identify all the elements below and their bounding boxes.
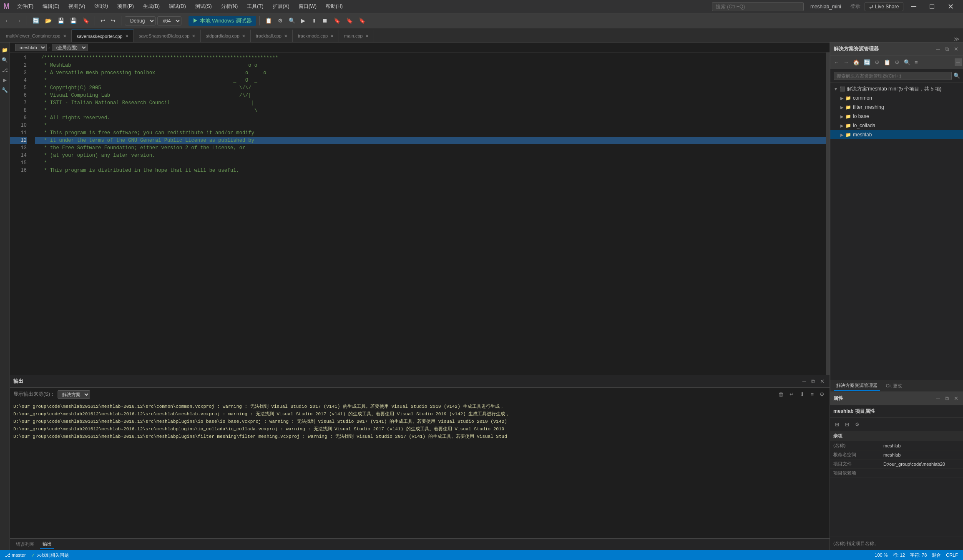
editor-scrollbar[interactable] (826, 53, 830, 375)
tab-close-icon[interactable]: ✕ (242, 34, 245, 38)
zoom-status[interactable]: 100 % (875, 552, 888, 558)
project-iobase-item[interactable]: ▶ 📁 io base (830, 112, 963, 121)
toolbar-extra-8[interactable]: 🔖 (344, 16, 355, 25)
output-clear-button[interactable]: 🗑 (777, 390, 785, 398)
se-tab-solution[interactable]: 解决方案资源管理器 (834, 381, 880, 391)
prop-pin-button[interactable]: ─ (935, 394, 942, 402)
output-wrap-button[interactable]: ↵ (788, 390, 796, 398)
breadcrumb-project-select[interactable]: meshlab (15, 44, 47, 51)
se-toolbar-btn-2[interactable]: → (842, 58, 850, 66)
output-settings-button[interactable]: ⚙ (818, 390, 826, 398)
toolbar-extra-9[interactable]: 🔖 (357, 16, 367, 25)
menu-project[interactable]: 项目(P) (113, 1, 138, 12)
menu-tools[interactable]: 工具(T) (243, 1, 267, 12)
prop-settings-button[interactable]: ⚙ (853, 421, 861, 428)
solution-root-item[interactable]: ▼ ⬛ 解决方案'meshlab mini'(5 个项目，共 5 项) (830, 84, 963, 93)
panel-tab-errors[interactable]: 错误列表 (13, 540, 37, 549)
project-iocollada-item[interactable]: ▶ 📁 io_collada (830, 121, 963, 130)
project-common-item[interactable]: ▶ 📁 common (830, 93, 963, 103)
platform-select[interactable]: x64 (157, 16, 181, 25)
debug-config-select[interactable]: Debug (125, 16, 156, 25)
toolbar-btn-1[interactable]: 🔄 (30, 16, 41, 25)
activity-explorer[interactable]: 📁 (1, 46, 9, 54)
panel-close-button[interactable]: ✕ (818, 377, 826, 386)
toolbar-btn-2[interactable]: 📂 (43, 16, 54, 25)
menu-git[interactable]: Git(G) (90, 1, 112, 12)
se-toolbar-btn-9[interactable]: ≡ (913, 58, 920, 66)
menu-debug[interactable]: 调试(D) (165, 1, 190, 12)
global-search-input[interactable] (712, 2, 804, 11)
prop-float-button[interactable]: ⧉ (943, 394, 950, 403)
se-collapse-button[interactable]: ─ (955, 58, 962, 66)
toolbar-extra-3[interactable]: 🔍 (287, 16, 297, 25)
se-toolbar-btn-8[interactable]: 🔍 (902, 58, 912, 66)
issues-status[interactable]: ✓ 未找到相关问题 (31, 552, 69, 558)
activity-git[interactable]: ⎇ (1, 66, 9, 74)
tab-savemask[interactable]: savemaskexporter.cpp ✕ (72, 30, 134, 42)
prop-alpha-button[interactable]: ⊟ (843, 421, 851, 428)
tabs-overflow-button[interactable]: ≫ (950, 36, 963, 42)
close-button[interactable]: ✕ (942, 0, 960, 13)
menu-extensions[interactable]: 扩展(X) (269, 1, 294, 12)
toolbar-extra-6[interactable]: ⏹ (320, 16, 330, 25)
output-scroll-button[interactable]: ⬇ (798, 390, 806, 398)
panel-float-button[interactable]: ⧉ (810, 377, 817, 386)
tab-close-icon[interactable]: ✕ (125, 34, 128, 38)
toolbar-btn-3[interactable]: 💾 (55, 16, 66, 25)
toolbar-extra-7[interactable]: 🔖 (332, 16, 342, 25)
tab-close-icon[interactable]: ✕ (330, 34, 334, 38)
char-status[interactable]: 字符: 78 (910, 552, 927, 558)
toolbar-extra-2[interactable]: ⚙ (276, 16, 285, 25)
activity-tools[interactable]: 🔧 (1, 86, 9, 94)
se-toolbar-btn-4[interactable]: 🔄 (862, 58, 872, 66)
panel-tab-output[interactable]: 输出 (40, 540, 54, 549)
line-status[interactable]: 行: 12 (893, 552, 905, 558)
redo-button[interactable]: ↪ (109, 16, 118, 25)
se-search-input[interactable] (834, 72, 952, 80)
menu-test[interactable]: 测试(S) (191, 1, 216, 12)
tab-close-icon[interactable]: ✕ (365, 34, 369, 38)
tab-trackmode[interactable]: trackmode.cpp ✕ (293, 30, 339, 42)
se-search-button[interactable]: 🔍 (953, 73, 960, 79)
forward-button[interactable]: → (14, 16, 23, 25)
eol-status[interactable]: CRLF (946, 552, 958, 558)
run-button[interactable]: ▶ 本地 Windows 调试器 (189, 16, 256, 26)
menu-build[interactable]: 生成(B) (139, 1, 164, 12)
menu-edit[interactable]: 编辑(E) (38, 1, 63, 12)
tab-close-icon[interactable]: ✕ (63, 34, 66, 38)
se-toolbar-btn-6[interactable]: 📋 (882, 58, 892, 66)
project-meshlab-item[interactable]: ▶ 📁 meshlab (830, 130, 963, 139)
menu-window[interactable]: 窗口(W) (294, 1, 321, 12)
prop-close-button[interactable]: ✕ (952, 394, 960, 402)
toolbar-extra-1[interactable]: 📋 (263, 16, 274, 25)
code-editor[interactable]: 12345 678910 1112 13141516 /************… (10, 53, 830, 375)
encoding-status[interactable]: 混合 (932, 552, 941, 558)
menu-analyze[interactable]: 分析(N) (217, 1, 242, 12)
se-float-button[interactable]: ⧉ (943, 45, 950, 53)
se-tab-git[interactable]: Git 更改 (883, 382, 905, 390)
se-pin-button[interactable]: ─ (935, 45, 942, 53)
live-share-button[interactable]: ⇄ Live Share (865, 2, 903, 11)
menu-file[interactable]: 文件(F) (13, 1, 38, 12)
menu-help[interactable]: 帮助(H) (322, 1, 347, 12)
se-toolbar-btn-3[interactable]: 🏠 (851, 58, 861, 66)
minimize-button[interactable]: ─ (905, 0, 922, 13)
maximize-button[interactable]: □ (924, 0, 940, 13)
se-toolbar-btn-1[interactable]: ← (832, 58, 841, 66)
activity-search[interactable]: 🔍 (1, 56, 9, 64)
output-source-select[interactable]: 解决方案 (58, 390, 90, 399)
output-find-button[interactable]: ≡ (809, 390, 815, 398)
toolbar-extra-4[interactable]: ▶ (299, 16, 307, 25)
project-filter-item[interactable]: ▶ 📁 filter_meshing (830, 103, 963, 112)
prop-cat-button[interactable]: ⊞ (833, 421, 841, 428)
undo-button[interactable]: ↩ (98, 16, 107, 25)
se-toolbar-btn-7[interactable]: ⚙ (893, 58, 901, 66)
activity-debug[interactable]: ▶ (1, 76, 9, 84)
login-button[interactable]: 登录 (848, 3, 863, 10)
back-button[interactable]: ← (3, 16, 12, 25)
toolbar-btn-4[interactable]: 💾 (68, 16, 79, 25)
menu-view[interactable]: 视图(V) (64, 1, 89, 12)
tab-main[interactable]: main.cpp ✕ (339, 30, 374, 42)
tab-trackball[interactable]: trackball.cpp ✕ (251, 30, 293, 42)
tab-stdpardialog[interactable]: stdpardialog.cpp ✕ (201, 30, 251, 42)
